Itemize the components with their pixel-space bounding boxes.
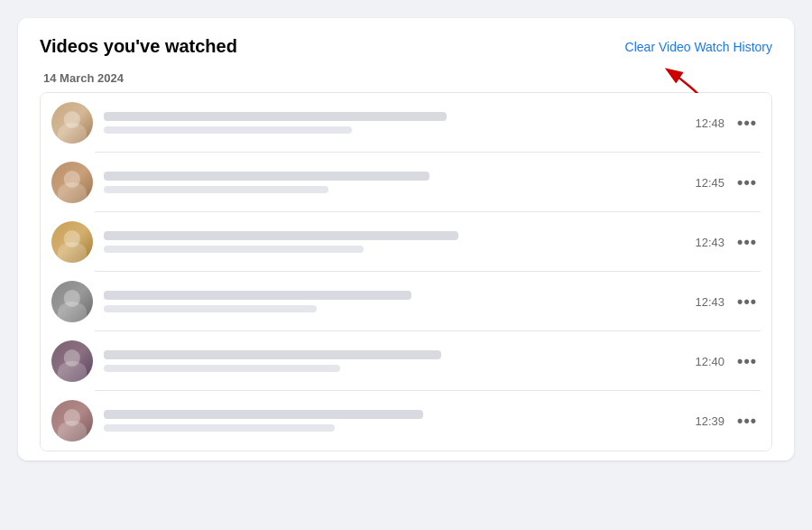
video-timestamp: 12:43 <box>696 295 725 309</box>
video-subtitle-blurred <box>104 305 317 312</box>
list-item: 12:48 ••• <box>41 93 771 153</box>
video-title-blurred <box>104 112 447 121</box>
more-options-button[interactable]: ••• <box>734 411 761 431</box>
video-subtitle-blurred <box>104 365 340 372</box>
video-title-blurred <box>104 410 423 419</box>
video-meta: 12:39 ••• <box>696 411 761 431</box>
video-info <box>104 112 696 134</box>
more-options-button[interactable]: ••• <box>734 232 761 252</box>
avatar <box>51 281 93 322</box>
video-subtitle-blurred <box>104 186 328 193</box>
list-item: 12:43 ••• <box>41 212 771 272</box>
video-title-blurred <box>104 350 441 359</box>
avatar <box>51 162 93 203</box>
video-info <box>104 350 696 372</box>
avatar <box>51 221 93 263</box>
page-header: Videos you've watched Clear Video Watch … <box>40 36 772 57</box>
list-item: 12:40 ••• <box>41 331 771 391</box>
avatar <box>51 102 93 144</box>
avatar <box>51 400 93 442</box>
video-subtitle-blurred <box>104 246 364 253</box>
video-info <box>104 410 696 432</box>
video-timestamp: 12:39 <box>696 414 725 428</box>
video-title-blurred <box>104 172 429 181</box>
video-list: 12:48 ••• 12:45 ••• <box>40 92 772 451</box>
video-meta: 12:43 ••• <box>696 292 761 311</box>
main-container: Videos you've watched Clear Video Watch … <box>18 18 794 460</box>
video-info <box>104 172 696 193</box>
more-options-button[interactable]: ••• <box>734 172 761 192</box>
date-section-label: 14 March 2024 <box>40 71 772 85</box>
video-info <box>104 291 696 312</box>
video-subtitle-blurred <box>104 424 335 432</box>
video-timestamp: 12:45 <box>696 176 725 190</box>
more-options-button[interactable]: ••• <box>734 113 761 133</box>
video-title-blurred <box>104 291 411 300</box>
clear-history-button[interactable]: Clear Video Watch History <box>625 36 772 54</box>
list-item: 12:39 ••• <box>41 391 771 451</box>
video-timestamp: 12:48 <box>696 116 725 130</box>
more-options-button[interactable]: ••• <box>734 351 761 371</box>
video-timestamp: 12:40 <box>696 355 725 368</box>
list-item: 12:43 ••• <box>41 272 771 331</box>
video-title-blurred <box>104 231 458 240</box>
page-title: Videos you've watched <box>40 36 237 57</box>
video-timestamp: 12:43 <box>696 236 725 249</box>
more-options-button[interactable]: ••• <box>734 292 761 311</box>
video-meta: 12:43 ••• <box>696 232 761 252</box>
video-info <box>104 231 696 253</box>
list-item: 12:45 ••• <box>41 153 771 212</box>
video-meta: 12:48 ••• <box>696 113 761 133</box>
avatar <box>51 340 93 382</box>
video-subtitle-blurred <box>104 126 352 134</box>
video-meta: 12:40 ••• <box>696 351 761 371</box>
video-meta: 12:45 ••• <box>696 172 761 192</box>
